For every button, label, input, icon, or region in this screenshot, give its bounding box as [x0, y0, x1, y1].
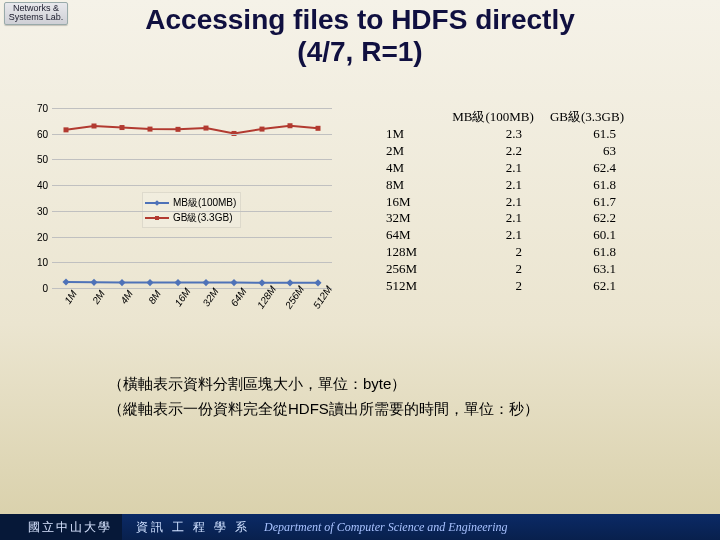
table-corner: [386, 108, 446, 126]
table-row: 32M2.162.2: [386, 210, 634, 227]
series-marker: [64, 127, 69, 132]
table-row: 128M261.8: [386, 244, 634, 261]
table-header: MB級(100MB) GB級(3.3GB): [386, 108, 634, 126]
table-cell-gb: 61.8: [540, 177, 634, 194]
legend-label-mb: MB級(100MB): [173, 195, 236, 210]
gridline: [52, 134, 332, 135]
table-cell-mb: 2.2: [446, 143, 540, 160]
page-title: Accessing files to HDFS directly (4/7, R…: [0, 4, 720, 68]
table-cell-cat: 8M: [386, 177, 446, 194]
caption-y: （縱軸表示一份資料完全從HDFS讀出所需要的時間，單位：秒）: [108, 397, 539, 422]
table-cell-mb: 2.1: [446, 177, 540, 194]
footer-bar: 國立中山大學 資訊 工 程 學 系 Department of Computer…: [0, 514, 720, 540]
series-marker: [204, 126, 209, 131]
title-line-1: Accessing files to HDFS directly: [0, 4, 720, 36]
series-line: [66, 282, 318, 283]
table-row: 1M2.361.5: [386, 126, 634, 143]
table-row: 64M2.160.1: [386, 227, 634, 244]
series-marker: [146, 279, 153, 286]
series-marker: [286, 279, 293, 286]
y-tick-label: 70: [30, 103, 48, 114]
table-row: 256M263.1: [386, 261, 634, 278]
y-tick-label: 50: [30, 154, 48, 165]
gridline: [52, 159, 332, 160]
table-row: 8M2.161.8: [386, 177, 634, 194]
footer-dept-en: Department of Computer Science and Engin…: [264, 520, 508, 535]
table-cell-cat: 32M: [386, 210, 446, 227]
table-cell-gb: 63: [540, 143, 634, 160]
table-cell-cat: 4M: [386, 160, 446, 177]
table-cell-gb: 63.1: [540, 261, 634, 278]
gridline: [52, 237, 332, 238]
content-row: MB級(100MB) GB級(3.3GB) 0102030405060701M2…: [30, 108, 634, 328]
legend-marker-mb: [145, 202, 169, 204]
table-cell-gb: 60.1: [540, 227, 634, 244]
series-marker: [258, 279, 265, 286]
legend-marker-gb: [145, 217, 169, 219]
table-cell-cat: 64M: [386, 227, 446, 244]
table-col-2: GB級(3.3GB): [540, 108, 634, 126]
series-marker: [62, 279, 69, 286]
series-marker: [174, 279, 181, 286]
series-marker: [176, 127, 181, 132]
series-marker: [118, 279, 125, 286]
table-cell-gb: 61.7: [540, 194, 634, 211]
series-marker: [202, 279, 209, 286]
series-marker: [260, 127, 265, 132]
table-cell-mb: 2.1: [446, 227, 540, 244]
y-tick-label: 0: [30, 283, 48, 294]
table-col-1: MB級(100MB): [446, 108, 540, 126]
y-tick-label: 20: [30, 231, 48, 242]
series-marker: [316, 126, 321, 131]
data-table: MB級(100MB) GB級(3.3GB) 1M2.361.52M2.2634M…: [386, 108, 634, 328]
y-tick-label: 10: [30, 257, 48, 268]
caption-x: （橫軸表示資料分割區塊大小，單位：byte）: [108, 372, 539, 397]
table-cell-gb: 62.1: [540, 278, 634, 295]
legend-row-mb: MB級(100MB): [145, 195, 236, 210]
table-cell-mb: 2: [446, 244, 540, 261]
table-cell-cat: 512M: [386, 278, 446, 295]
y-tick-label: 60: [30, 128, 48, 139]
table-cell-gb: 62.2: [540, 210, 634, 227]
table-cell-gb: 62.4: [540, 160, 634, 177]
table-cell-mb: 2: [446, 261, 540, 278]
legend-row-gb: GB級(3.3GB): [145, 210, 236, 225]
table-cell-mb: 2.3: [446, 126, 540, 143]
table-row: 4M2.162.4: [386, 160, 634, 177]
lab-logo: Networks & Systems Lab.: [4, 2, 68, 25]
series-marker: [92, 124, 97, 129]
table-cell-gb: 61.8: [540, 244, 634, 261]
table-cell-gb: 61.5: [540, 126, 634, 143]
series-marker: [288, 123, 293, 128]
lab-logo-text2: Systems Lab.: [5, 13, 67, 22]
gridline: [52, 211, 332, 212]
series-line: [66, 126, 318, 134]
gridline: [52, 262, 332, 263]
axis-captions: （橫軸表示資料分割區塊大小，單位：byte） （縱軸表示一份資料完全從HDFS讀…: [108, 372, 539, 422]
table-cell-mb: 2: [446, 278, 540, 295]
table-cell-mb: 2.1: [446, 210, 540, 227]
series-marker: [230, 279, 237, 286]
legend-label-gb: GB級(3.3GB): [173, 210, 232, 225]
table-row: 16M2.161.7: [386, 194, 634, 211]
series-marker: [120, 125, 125, 130]
footer-dept-zh: 資訊 工 程 學 系: [122, 519, 264, 536]
table-cell-cat: 2M: [386, 143, 446, 160]
table-cell-cat: 1M: [386, 126, 446, 143]
table-row: 512M262.1: [386, 278, 634, 295]
table-cell-mb: 2.1: [446, 194, 540, 211]
gridline: [52, 185, 332, 186]
table-cell-cat: 256M: [386, 261, 446, 278]
table-cell-mb: 2.1: [446, 160, 540, 177]
table-cell-cat: 16M: [386, 194, 446, 211]
title-line-2: (4/7, R=1): [0, 36, 720, 68]
y-tick-label: 30: [30, 205, 48, 216]
table-row: 2M2.263: [386, 143, 634, 160]
y-tick-label: 40: [30, 180, 48, 191]
gridline: [52, 108, 332, 109]
series-marker: [90, 279, 97, 286]
series-marker: [148, 127, 153, 132]
series-marker: [314, 279, 321, 286]
line-chart: MB級(100MB) GB級(3.3GB) 0102030405060701M2…: [30, 108, 350, 328]
footer-university: 國立中山大學: [0, 514, 122, 540]
